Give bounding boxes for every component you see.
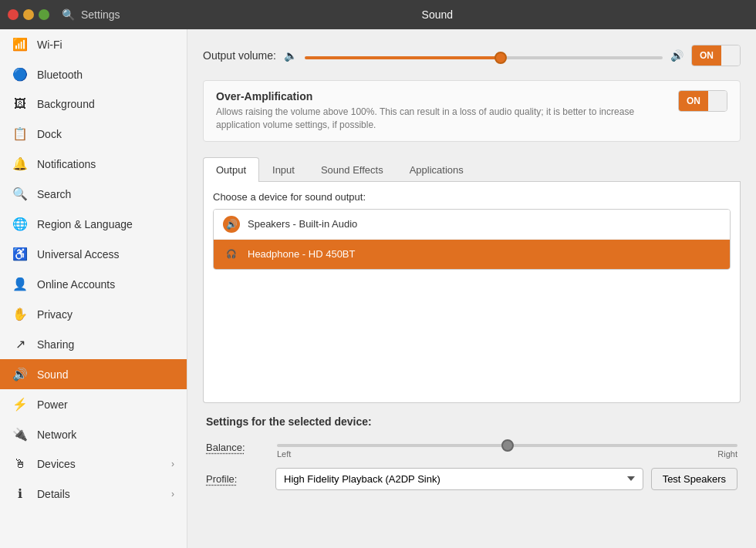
balance-label: Balance: xyxy=(206,442,268,453)
tab-input[interactable]: Input xyxy=(259,157,308,182)
content-area: Output volume: 🔈 🔊 ON Over-Amplification… xyxy=(187,29,756,548)
search-icon: 🔍 xyxy=(62,8,75,21)
online-accounts-icon: 👤 xyxy=(12,277,28,291)
details-icon: ℹ xyxy=(12,486,28,501)
tab-sound-effects[interactable]: Sound Effects xyxy=(308,157,397,182)
balance-right-label: Right xyxy=(717,449,737,459)
device-label-speakers: Speakers - Built-in Audio xyxy=(248,218,357,230)
tab-applications[interactable]: Applications xyxy=(397,157,477,182)
power-icon: ⚡ xyxy=(12,397,28,412)
sidebar-label-bluetooth: Bluetooth xyxy=(37,69,83,81)
toggle-off-area xyxy=(721,45,740,66)
sidebar-label-details: Details xyxy=(37,488,70,500)
test-speakers-button[interactable]: Test Speakers xyxy=(651,468,737,490)
balance-left-label: Left xyxy=(277,449,291,459)
sharing-icon: ↗ xyxy=(12,337,28,351)
devices-icon: 🖱 xyxy=(12,457,28,471)
over-amp-title: Over-Amplification xyxy=(216,90,648,103)
close-button[interactable] xyxy=(8,9,19,20)
headphone-icon: 🎧 xyxy=(223,246,240,263)
sidebar-item-power[interactable]: ⚡ Power xyxy=(0,389,187,419)
sidebar-item-background[interactable]: 🖼 Background xyxy=(0,89,187,119)
privacy-icon: ✋ xyxy=(12,307,28,321)
device-label-headphone: Headphone - HD 450BT xyxy=(248,248,355,260)
sidebar-item-dock[interactable]: 📋 Dock xyxy=(0,119,187,149)
sidebar-item-details[interactable]: ℹ Details › xyxy=(0,479,187,509)
notifications-icon: 🔔 xyxy=(12,156,28,171)
window-controls xyxy=(8,9,49,20)
network-icon: 🔌 xyxy=(12,427,28,442)
over-amp-toggle-off xyxy=(708,91,727,111)
dock-icon: 📋 xyxy=(12,126,28,141)
minimize-button[interactable] xyxy=(23,9,34,20)
sidebar-label-dock: Dock xyxy=(37,128,62,140)
sidebar-item-wifi[interactable]: 📶 Wi-Fi xyxy=(0,29,187,59)
window-title: Sound xyxy=(127,8,748,21)
titlebar: 🔍 Settings Sound xyxy=(0,0,756,29)
balance-slider[interactable] xyxy=(277,444,737,447)
sidebar-label-sound: Sound xyxy=(37,368,68,381)
over-amp-toggle-on: ON xyxy=(679,91,708,111)
sidebar-item-privacy[interactable]: ✋ Privacy xyxy=(0,299,187,329)
tabs-row: OutputInputSound EffectsApplications xyxy=(203,157,741,182)
over-amp-toggle[interactable]: ON xyxy=(678,90,727,112)
sidebar-item-online-accounts[interactable]: 👤 Online Accounts xyxy=(0,269,187,299)
sidebar-label-search: Search xyxy=(37,188,71,200)
background-icon: 🖼 xyxy=(12,97,28,111)
sidebar-item-sound[interactable]: 🔊 Sound xyxy=(0,359,187,389)
device-item-headphone[interactable]: 🎧 Headphone - HD 450BT xyxy=(214,240,730,269)
sidebar-label-background: Background xyxy=(37,98,95,110)
sidebar-item-sharing[interactable]: ↗ Sharing xyxy=(0,329,187,359)
sidebar-label-notifications: Notifications xyxy=(37,158,96,170)
sidebar-label-network: Network xyxy=(37,429,76,441)
sidebar-label-sharing: Sharing xyxy=(37,338,74,351)
balance-row: Balance: Left Right xyxy=(206,437,737,459)
maximize-button[interactable] xyxy=(39,9,49,20)
profile-select[interactable]: High Fidelity Playback (A2DP Sink)Headse… xyxy=(275,468,643,490)
tab-output[interactable]: Output xyxy=(203,157,259,182)
sidebar-label-power: Power xyxy=(37,398,68,411)
profile-label: Profile: xyxy=(206,473,268,485)
selected-device-settings: Settings for the selected device: Balanc… xyxy=(203,415,741,490)
universal-access-icon: ♿ xyxy=(12,247,28,261)
device-list: 🔊 Speakers - Built-in Audio 🎧 Headphone … xyxy=(213,209,731,270)
volume-slider[interactable] xyxy=(305,56,663,59)
device-panel: Choose a device for sound output: 🔊 Spea… xyxy=(203,182,741,403)
sidebar-item-notifications[interactable]: 🔔 Notifications xyxy=(0,149,187,179)
volume-toggle[interactable]: ON xyxy=(691,45,741,66)
bluetooth-icon: 🔵 xyxy=(12,67,28,82)
arrow-icon: › xyxy=(171,489,174,499)
sidebar-label-privacy: Privacy xyxy=(37,308,73,321)
region-language-icon: 🌐 xyxy=(12,217,28,231)
app-title: Settings xyxy=(81,8,120,21)
profile-row: Profile: High Fidelity Playback (A2DP Si… xyxy=(206,468,737,490)
sidebar: 📶 Wi-Fi 🔵 Bluetooth 🖼 Background 📋 Dock … xyxy=(0,29,187,548)
sidebar-label-universal-access: Universal Access xyxy=(37,248,120,261)
balance-col: Left Right xyxy=(277,437,737,459)
volume-slider-container xyxy=(305,49,663,62)
sidebar-label-devices: Devices xyxy=(37,458,76,470)
sidebar-item-universal-access[interactable]: ♿ Universal Access xyxy=(0,239,187,269)
toggle-on-label: ON xyxy=(692,45,721,66)
sidebar-item-bluetooth[interactable]: 🔵 Bluetooth xyxy=(0,59,187,89)
sidebar-label-online-accounts: Online Accounts xyxy=(37,278,115,291)
volume-label: Output volume: xyxy=(203,49,276,62)
sidebar-item-region-language[interactable]: 🌐 Region & Language xyxy=(0,209,187,239)
speaker-icon: 🔊 xyxy=(223,216,240,233)
device-placeholder xyxy=(213,270,731,393)
device-panel-title: Choose a device for sound output: xyxy=(213,191,731,203)
sidebar-label-region-language: Region & Language xyxy=(37,218,133,230)
selected-device-title: Settings for the selected device: xyxy=(206,415,737,428)
wifi-icon: 📶 xyxy=(12,37,28,52)
over-amp-text: Over-Amplification Allows raising the vo… xyxy=(216,90,648,132)
sidebar-item-devices[interactable]: 🖱 Devices › xyxy=(0,449,187,479)
sidebar-item-search[interactable]: 🔍 Search xyxy=(0,179,187,209)
arrow-icon: › xyxy=(171,459,174,469)
over-amp-description: Allows raising the volume above 100%. Th… xyxy=(216,106,648,132)
sidebar-label-wifi: Wi-Fi xyxy=(37,39,62,51)
volume-high-icon: 🔊 xyxy=(670,49,683,62)
sidebar-item-network[interactable]: 🔌 Network xyxy=(0,419,187,449)
volume-low-icon: 🔈 xyxy=(284,49,297,62)
device-item-speakers[interactable]: 🔊 Speakers - Built-in Audio xyxy=(214,210,730,240)
over-amplification-box: Over-Amplification Allows raising the vo… xyxy=(203,80,741,142)
